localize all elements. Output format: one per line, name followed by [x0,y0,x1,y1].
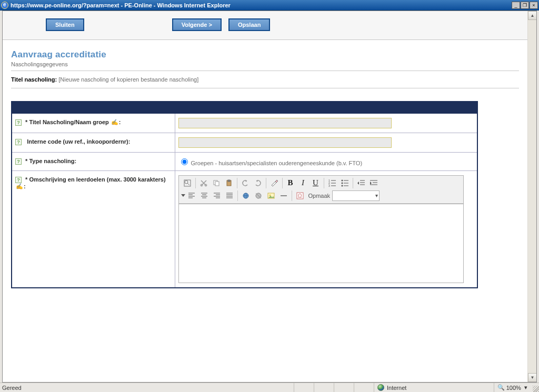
window-restore-button[interactable]: ❐ [521,2,529,9]
window-minimize-button[interactable]: _ [512,2,520,9]
window-titlebar: https://www.pe-online.org/?param=next - … [0,0,539,11]
ie-icon [1,2,8,9]
window-close-button[interactable]: × [530,2,538,9]
window-title: https://www.pe-online.org/?param=next - … [11,2,511,8]
